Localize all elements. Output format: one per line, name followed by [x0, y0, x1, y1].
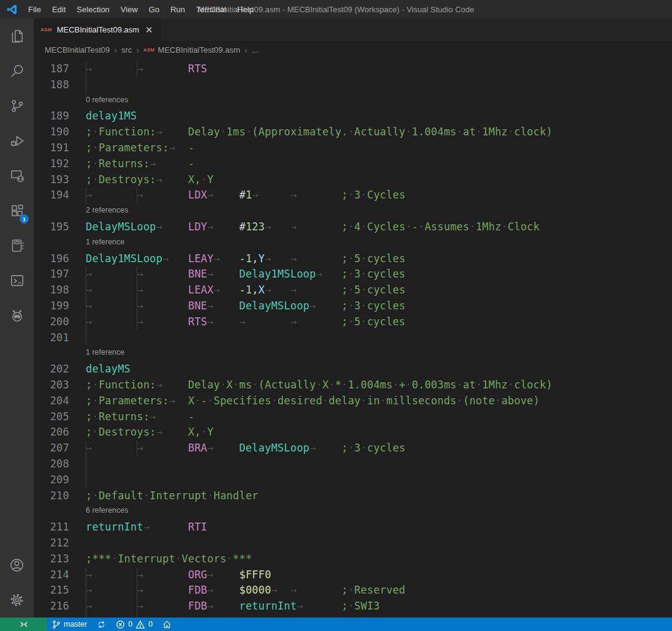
code-line[interactable]: 206;·Destroys:→ X,·Y: [34, 425, 672, 440]
codelens-row[interactable]: 6 references: [34, 504, 672, 520]
code-line[interactable]: 195DelayMSLoop→ LDY→ #123→ → ;·4·Cycles·…: [34, 219, 672, 235]
code-line[interactable]: 205;·Returns:→ -: [34, 409, 672, 425]
code-line[interactable]: 191;·Parameters:→ -: [34, 140, 672, 156]
code-line[interactable]: 202delayMS: [34, 361, 672, 377]
problems-status-item[interactable]: 0 0: [111, 618, 157, 631]
codelens-link[interactable]: 0 references: [86, 93, 128, 109]
code-line[interactable]: 211returnInt→ RTI: [34, 520, 672, 535]
code-line[interactable]: 194→ → LDX→ #1→ → ;·3·Cycles: [34, 187, 672, 203]
remote-indicator[interactable]: [0, 618, 47, 631]
source-control-icon[interactable]: [0, 88, 34, 123]
breadcrumb-item[interactable]: ...: [252, 45, 259, 55]
robot-chat-icon[interactable]: [0, 298, 34, 333]
code-text: Delay1MSLoop→ LEAY→ -1,Y→ → ;·5·cycles: [86, 251, 406, 267]
breadcrumb-item[interactable]: src: [121, 45, 132, 55]
menu-go[interactable]: Go: [143, 5, 165, 14]
code-line[interactable]: 189delay1MS: [34, 108, 672, 124]
line-number: 197: [34, 266, 86, 282]
menu-help[interactable]: Help: [232, 5, 259, 14]
tab-bar: ASM MECBInitialTest09.asm ✕: [34, 18, 672, 41]
codelens-link[interactable]: 1 reference: [86, 346, 124, 361]
menu-edit[interactable]: Edit: [47, 5, 71, 14]
menu-view[interactable]: View: [115, 5, 143, 14]
line-number: 210: [34, 488, 86, 504]
code-line[interactable]: 187→ → RTS: [34, 61, 672, 77]
terminal-icon[interactable]: [0, 263, 34, 298]
menu-terminal[interactable]: Terminal: [191, 5, 232, 14]
code-line[interactable]: 196Delay1MSLoop→ LEAY→ -1,Y→ → ;·5·cycle…: [34, 251, 672, 267]
code-line[interactable]: 188: [34, 77, 672, 93]
code-text: ;·Destroys:→ X,·Y: [86, 425, 214, 440]
code-text: ;·Parameters:→ -: [86, 140, 194, 156]
code-line[interactable]: 208: [34, 456, 672, 472]
accounts-icon[interactable]: [0, 548, 34, 583]
tab-active-file[interactable]: ASM MECBInitialTest09.asm ✕: [34, 18, 161, 41]
tab-close-icon[interactable]: ✕: [144, 25, 154, 35]
code-text: [86, 456, 92, 472]
codelens-row[interactable]: 1 reference: [34, 235, 672, 251]
codelens-link[interactable]: 2 references: [86, 203, 128, 219]
sync-status-item[interactable]: [92, 618, 111, 631]
home-status-item[interactable]: [157, 618, 176, 631]
run-and-debug-icon[interactable]: [0, 123, 34, 158]
code-line[interactable]: 207→ → BRA→ DelayMSLoop→ ;·3·cycles: [34, 440, 672, 456]
code-line[interactable]: 212: [34, 535, 672, 551]
code-line[interactable]: 193;·Destroys:→ X,·Y: [34, 172, 672, 188]
settings-gear-icon[interactable]: [0, 583, 34, 618]
line-number: 215: [34, 583, 86, 599]
codelens-link[interactable]: 6 references: [86, 504, 128, 520]
code-line[interactable]: 209: [34, 472, 672, 488]
breadcrumb-chevron-icon: ›: [136, 45, 139, 55]
code-line[interactable]: 210;·Default·Interrupt·Handler: [34, 488, 672, 504]
code-line[interactable]: 199→ → BNE→ DelayMSLoop→ ;·3·cycles: [34, 298, 672, 314]
codelens-row[interactable]: 1 reference: [34, 346, 672, 361]
code-line[interactable]: 190;·Function:→ Delay·1ms·(Approximately…: [34, 124, 672, 140]
line-number: 211: [34, 520, 86, 535]
code-text: [86, 472, 92, 488]
menu-file[interactable]: File: [23, 5, 47, 14]
code-area[interactable]: 187→ → RTS188 0 references189delay1MS190…: [34, 59, 672, 618]
notebook-icon[interactable]: [0, 228, 34, 263]
code-line[interactable]: 192;·Returns:→ -: [34, 156, 672, 172]
title-bar: FileEditSelectionViewGoRunTerminalHelp M…: [0, 0, 672, 18]
codelens-link[interactable]: 1 reference: [86, 235, 124, 251]
remote-brackets-icon: [19, 620, 29, 629]
line-number: 200: [34, 314, 86, 330]
code-line[interactable]: 203;·Function:→ Delay·X·ms·(Actually·X·*…: [34, 377, 672, 393]
code-text: delayMS: [86, 361, 130, 377]
code-text: ;·Function:→ Delay·1ms·(Approximately.·A…: [86, 124, 553, 140]
remote-explorer-icon[interactable]: [0, 158, 34, 193]
code-line[interactable]: 197→ → BNE→ Delay1MSLoop→ ;·3·cycles: [34, 266, 672, 282]
asm-file-icon: ASM: [143, 47, 155, 53]
code-line[interactable]: 198→ → LEAX→ -1,X→ → ;·5·cycles: [34, 282, 672, 298]
line-number: 199: [34, 298, 86, 314]
menu-bar: FileEditSelectionViewGoRunTerminalHelp: [23, 5, 259, 14]
breadcrumb-item[interactable]: MECBInitialTest09: [45, 45, 110, 55]
code-line[interactable]: 204;·Parameters:→ X·-·Specifies·desired·…: [34, 393, 672, 409]
explorer-icon[interactable]: [0, 18, 34, 53]
breadcrumb-item[interactable]: MECBInitialTest09.asm: [158, 45, 240, 55]
line-number: 207: [34, 440, 86, 456]
line-number: 204: [34, 393, 86, 409]
menu-selection[interactable]: Selection: [71, 5, 115, 14]
code-line[interactable]: 214→ → ORG→ $FFF0: [34, 567, 672, 583]
line-number: 216: [34, 599, 86, 614]
line-number: 188: [34, 77, 86, 93]
line-number: 193: [34, 172, 86, 188]
extensions-icon[interactable]: 1: [0, 193, 34, 228]
code-line[interactable]: 215→ → FDB→ $0000→ → ;·Reserved: [34, 583, 672, 599]
code-text: ;·Parameters:→ X·-·Specifies·desired·del…: [86, 393, 540, 409]
code-line[interactable]: 201: [34, 330, 672, 346]
code-line[interactable]: 216→ → FDB→ returnInt→ ;·SWI3: [34, 599, 672, 614]
line-number: 196: [34, 251, 86, 267]
menu-run[interactable]: Run: [165, 5, 191, 14]
code-line[interactable]: 213;***·Interrupt·Vectors·***: [34, 551, 672, 567]
extensions-badge: 1: [20, 214, 29, 224]
line-number: 201: [34, 330, 86, 346]
codelens-row[interactable]: 2 references: [34, 203, 672, 219]
code-line[interactable]: 200→ → RTS→ → → ;·5·cycles: [34, 314, 672, 330]
codelens-row[interactable]: 0 references: [34, 93, 672, 109]
search-icon[interactable]: [0, 53, 34, 88]
branch-status-item[interactable]: master: [47, 618, 92, 631]
code-text: ;·Default·Interrupt·Handler: [86, 488, 259, 504]
